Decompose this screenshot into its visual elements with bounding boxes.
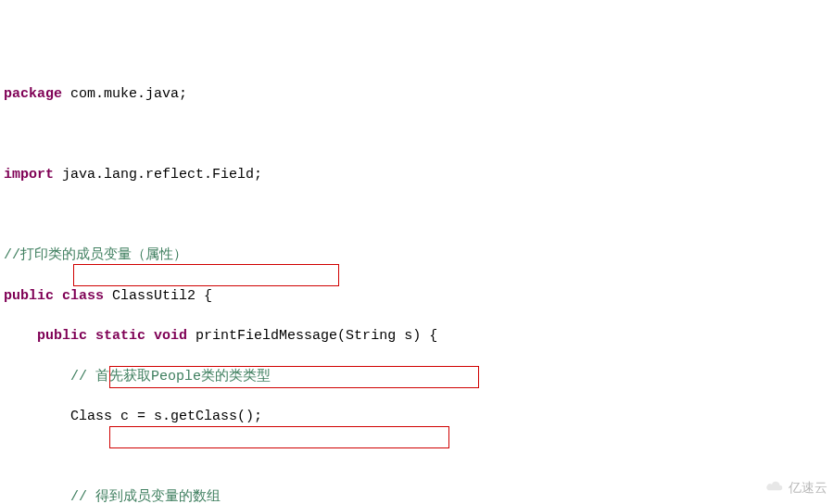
code-line xyxy=(4,125,833,145)
code-line: package com.muke.java; xyxy=(4,84,833,105)
code-line: // 首先获取People类的类类型 xyxy=(4,367,833,387)
code-line xyxy=(4,447,833,468)
highlight-box xyxy=(73,264,339,286)
keyword-static: static xyxy=(95,328,145,344)
watermark: 亿速云 xyxy=(764,478,827,497)
comment: // 首先获取People类的类类型 xyxy=(70,369,271,384)
code-line: //打印类的成员变量（属性） xyxy=(4,246,833,266)
code-text: java.lang.reflect.Field; xyxy=(54,167,262,183)
code-line xyxy=(4,206,833,226)
code-line: Class c = s.getClass(); xyxy=(4,407,833,427)
keyword-void: void xyxy=(154,328,187,344)
highlight-box xyxy=(109,426,449,448)
keyword-public: public xyxy=(4,288,54,304)
comment: //打印类的成员变量（属性） xyxy=(4,247,187,263)
keyword-public: public xyxy=(37,328,87,344)
code-line: import java.lang.reflect.Field; xyxy=(4,165,833,185)
code-line: // 得到成员变量的数组 xyxy=(4,487,833,504)
comment: // 得到成员变量的数组 xyxy=(70,489,221,504)
keyword-package: package xyxy=(4,86,62,102)
code-text: printFieldMessage(String s) { xyxy=(187,328,437,344)
code-text: com.muke.java; xyxy=(62,86,187,102)
code-line: public static void printFieldMessage(Str… xyxy=(4,326,833,346)
code-text: Class c = s.getClass(); xyxy=(70,409,262,424)
keyword-import: import xyxy=(4,167,54,183)
keyword-class: class xyxy=(62,288,104,304)
watermark-text: 亿速云 xyxy=(789,478,827,497)
cloud-icon xyxy=(764,481,785,494)
code-line: public class ClassUtil2 { xyxy=(4,286,833,307)
code-text: ClassUtil2 { xyxy=(104,288,212,304)
